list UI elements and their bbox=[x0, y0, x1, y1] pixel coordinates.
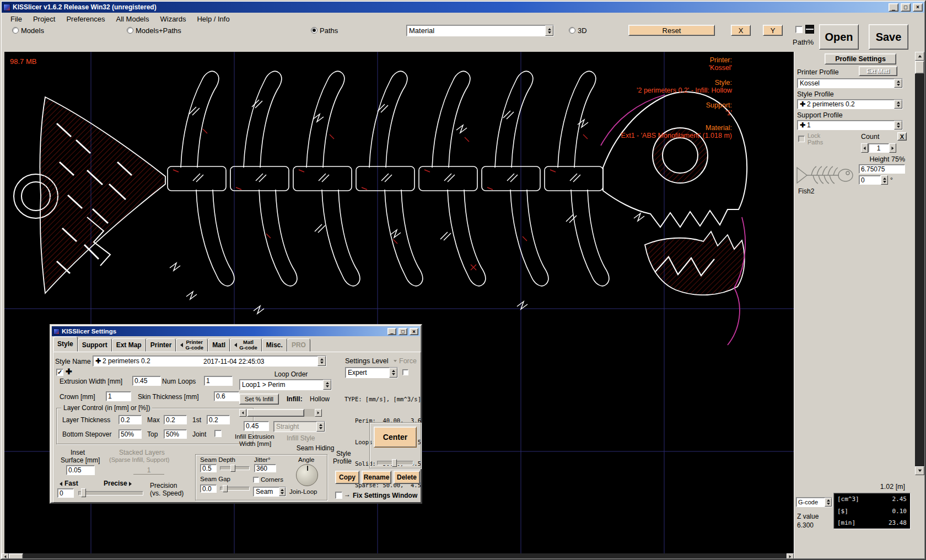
tab-printer-gcode[interactable]: PrinterG-code bbox=[176, 338, 208, 352]
layer-thickness-field[interactable]: 0.2 bbox=[119, 415, 142, 424]
set-infill-button[interactable]: Set % Infill bbox=[239, 394, 279, 405]
scroll-left-button[interactable] bbox=[2, 553, 9, 560]
infill-scroll-thumb[interactable] bbox=[247, 409, 304, 417]
gcode-select[interactable]: G-code bbox=[796, 497, 832, 507]
save-button[interactable]: Save bbox=[869, 24, 908, 50]
max-field[interactable]: 0.2 bbox=[164, 415, 187, 424]
menu-wizards[interactable]: Wizards bbox=[154, 14, 191, 24]
maximize-button[interactable]: □ bbox=[901, 3, 911, 12]
close-button[interactable]: × bbox=[913, 3, 923, 12]
height-field[interactable]: 6.75075 bbox=[859, 164, 905, 174]
top-stepover-field[interactable]: 50% bbox=[164, 429, 187, 439]
style-name-select[interactable]: ✚ 2 perimeters 0.2 2017-11-04 22:45:03 bbox=[93, 356, 326, 367]
style-enable-checkbox[interactable] bbox=[56, 369, 63, 376]
crown-field[interactable]: 1 bbox=[106, 391, 131, 401]
infill-style-select[interactable]: Straight bbox=[273, 421, 325, 432]
corners-checkbox[interactable] bbox=[253, 477, 259, 483]
rename-button[interactable]: Rename bbox=[362, 471, 391, 484]
skin-thickness-field[interactable]: 0.6 bbox=[214, 391, 239, 401]
center-slider[interactable] bbox=[377, 461, 413, 465]
settings-level-checkbox[interactable] bbox=[402, 369, 408, 375]
count-increment-button[interactable] bbox=[889, 143, 896, 153]
tab-matl-gcode[interactable]: MatlG-code bbox=[230, 338, 262, 352]
copy-button[interactable]: Copy bbox=[335, 471, 359, 484]
title-bar[interactable]: KISSlicer v1.6.2 Release Win32 (unregist… bbox=[2, 2, 924, 13]
minimize-button[interactable]: _ bbox=[889, 3, 898, 12]
scroll-right-button[interactable] bbox=[787, 553, 794, 560]
loop-order-select[interactable]: Loop1 > Perim bbox=[239, 379, 332, 390]
printer-profile-select[interactable]: Kossel bbox=[797, 78, 903, 88]
y-axis-button[interactable]: Y bbox=[763, 25, 783, 36]
center-button[interactable]: Center bbox=[374, 427, 417, 448]
settings-close-button[interactable]: × bbox=[410, 328, 418, 335]
extrusion-width-field[interactable]: 0.45 bbox=[132, 376, 161, 386]
settings-window[interactable]: KISSlicer Settings _ □ × Style Support E… bbox=[50, 324, 422, 504]
settings-title-bar[interactable]: KISSlicer Settings _ □ × bbox=[52, 326, 420, 336]
menu-all-models[interactable]: All Models bbox=[111, 14, 155, 24]
jitter-field[interactable]: 360 bbox=[254, 464, 276, 472]
seam-select[interactable]: Seam bbox=[253, 487, 286, 497]
tab-style[interactable]: Style bbox=[53, 336, 78, 352]
precision-slider-thumb[interactable] bbox=[81, 488, 86, 497]
tab-pro[interactable]: PRO bbox=[287, 338, 310, 352]
lock-paths-checkbox[interactable] bbox=[798, 136, 805, 142]
scroll-down-button[interactable] bbox=[915, 466, 924, 475]
count-decrement-button[interactable] bbox=[861, 143, 868, 153]
vertical-scroll-thumb[interactable] bbox=[915, 61, 924, 74]
menu-file[interactable]: File bbox=[5, 14, 28, 24]
menu-preferences[interactable]: Preferences bbox=[61, 14, 110, 24]
reset-button[interactable]: Reset bbox=[628, 25, 715, 36]
precision-slider[interactable] bbox=[78, 491, 143, 496]
tab-matl[interactable]: Matl bbox=[208, 338, 230, 352]
models-radio[interactable] bbox=[12, 27, 19, 34]
horizontal-scrollbar[interactable] bbox=[2, 553, 794, 560]
settings-level-select[interactable]: Expert bbox=[345, 367, 398, 378]
3d-radio[interactable] bbox=[569, 27, 575, 34]
infill-extrusion-width-field[interactable]: 0.45 bbox=[244, 421, 269, 431]
delete-button[interactable]: Delete bbox=[394, 471, 420, 484]
tab-printer[interactable]: Printer bbox=[146, 338, 176, 352]
add-style-icon[interactable]: ✚ bbox=[66, 368, 72, 375]
tab-misc[interactable]: Misc. bbox=[262, 338, 287, 352]
model-thumbnail[interactable] bbox=[795, 162, 855, 189]
count-field[interactable]: 1 bbox=[868, 143, 889, 153]
open-button[interactable]: Open bbox=[819, 24, 859, 50]
models-paths-radio[interactable] bbox=[127, 27, 133, 34]
seam-gap-field[interactable]: 0.0 bbox=[200, 484, 217, 493]
path-color-icon[interactable] bbox=[805, 25, 814, 34]
menu-project[interactable]: Project bbox=[28, 14, 61, 24]
vertical-scrollbar[interactable] bbox=[915, 52, 924, 560]
path-percent-checkbox[interactable] bbox=[795, 26, 803, 33]
support-profile-select[interactable]: ✚ 1 bbox=[797, 120, 903, 130]
inset-surface-field[interactable]: 0.05 bbox=[66, 465, 95, 475]
precision-field[interactable]: 0 bbox=[57, 488, 74, 498]
infill-scroll-left[interactable] bbox=[239, 409, 246, 417]
ext-matl-button[interactable]: Ext Matl bbox=[859, 66, 897, 76]
bottom-stepover-field[interactable]: 50% bbox=[119, 429, 142, 439]
menu-help-info[interactable]: Help / Info bbox=[191, 14, 235, 24]
paths-radio[interactable] bbox=[311, 27, 317, 34]
tab-ext-map[interactable]: Ext Map bbox=[112, 338, 146, 352]
first-layer-field[interactable]: 0.2 bbox=[207, 415, 230, 424]
seam-gap-slider[interactable] bbox=[220, 487, 250, 491]
x-axis-button[interactable]: X bbox=[731, 25, 751, 36]
angle-knob[interactable] bbox=[296, 464, 318, 486]
joint-checkbox[interactable] bbox=[214, 430, 222, 437]
style-profile-select[interactable]: ✚ 2 perimeters 0.2 bbox=[797, 99, 903, 109]
seam-depth-field[interactable]: 0.5 bbox=[200, 464, 217, 472]
infill-scroll-right[interactable] bbox=[315, 409, 322, 417]
seam-gap-slider-thumb[interactable] bbox=[223, 485, 228, 492]
infill-scrollbar[interactable] bbox=[239, 409, 322, 417]
seam-depth-slider[interactable] bbox=[220, 466, 250, 470]
scroll-up-button[interactable] bbox=[915, 52, 924, 61]
num-loops-field[interactable]: 1 bbox=[204, 376, 233, 386]
tab-support[interactable]: Support bbox=[78, 338, 112, 352]
seam-depth-slider-thumb[interactable] bbox=[230, 465, 235, 472]
material-select[interactable]: Material bbox=[406, 25, 554, 36]
settings-minimize-button[interactable]: _ bbox=[387, 328, 396, 335]
rotation-spinner[interactable] bbox=[881, 175, 888, 185]
count-close-button[interactable]: X bbox=[897, 132, 907, 141]
fix-settings-checkbox[interactable] bbox=[335, 492, 342, 499]
rotation-field[interactable]: 0 bbox=[859, 175, 881, 185]
center-slider-thumb[interactable] bbox=[392, 459, 397, 467]
